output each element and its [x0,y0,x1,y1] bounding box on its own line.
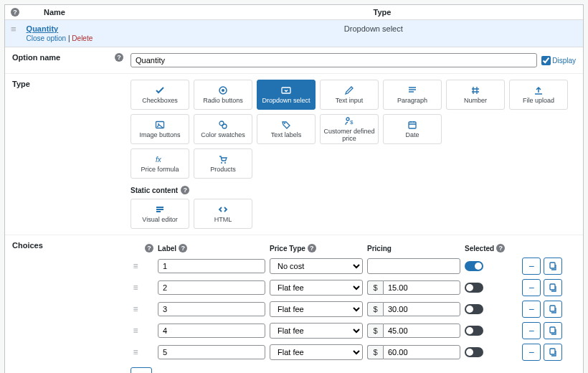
type-option-color-swatches[interactable]: Color swatches [194,114,252,144]
choice-row: ≡No costFlat fee$− [131,320,576,341]
dropdown-icon [281,85,291,95]
currency-prefix: $ [367,324,383,338]
remove-choice-button[interactable]: − [522,301,541,318]
type-option-dropdown-select[interactable]: Dropdown select [257,80,316,110]
drag-handle-icon[interactable]: ≡ [131,304,141,314]
choices-label: Choices [12,241,43,250]
type-label: Type [12,80,30,88]
display-checkbox[interactable] [541,56,551,65]
type-option-text-labels[interactable]: Text labels [257,114,316,144]
type-option-products[interactable]: Products [194,148,252,179]
choice-selected-toggle[interactable] [465,326,483,336]
choice-selected-toggle[interactable] [465,283,483,293]
choice-label-input[interactable] [158,324,265,338]
field-option-name: Option name ? Display [5,47,583,74]
field-type: Type CheckboxesRadio buttonsDropdown sel… [5,74,583,235]
remove-choice-button[interactable]: − [522,279,541,296]
type-option-date[interactable]: Date [383,114,442,144]
choice-row: ≡No costFlat fee$− [131,341,576,363]
choice-selected-toggle[interactable] [465,261,483,271]
display-checkbox-wrap[interactable]: Display [541,56,576,65]
remove-choice-button[interactable]: − [522,344,541,361]
help-icon[interactable]: ? [181,186,189,194]
swatch-icon [218,120,228,130]
options-table-header: ? Name Type [5,5,583,20]
option-panel: ? Name Type ≡ Quantity Close option | De… [4,4,584,373]
choice-row: ≡No costFlat fee$− [131,298,576,320]
upload-icon [534,85,544,95]
duplicate-choice-button[interactable] [544,322,562,339]
type-option-price-formula[interactable]: Price formula [131,148,189,179]
duplicate-choice-button[interactable] [544,344,562,361]
html-icon [218,204,228,214]
choice-price-type-select[interactable]: No costFlat fee [270,344,363,360]
option-name-label: Option name [12,53,60,62]
type-option-customer-defined-price[interactable]: Customer defined price [320,114,379,144]
image-icon [155,120,165,130]
option-type-text: Dropdown select [170,24,577,33]
choice-price-type-select[interactable]: No costFlat fee [270,258,363,274]
static-content-heading: Static content? [131,186,576,194]
help-icon[interactable]: ? [496,244,505,252]
column-name: Name [44,8,187,16]
help-icon[interactable]: ? [179,244,187,252]
field-choices: Choices ? Label ? Price Type ? Pricing S… [5,235,583,373]
choice-price-input[interactable] [383,302,460,316]
choice-label-input[interactable] [158,280,265,295]
remove-choice-button[interactable]: − [522,258,541,275]
fx-icon [155,154,165,164]
type-option-paragraph[interactable]: Paragraph [383,80,442,110]
choice-price-type-select[interactable]: No costFlat fee [270,301,363,317]
drag-handle-icon[interactable]: ≡ [131,283,141,293]
drag-handle-icon[interactable]: ≡ [131,261,141,271]
type-option-number[interactable]: Number [446,80,505,110]
person-dollar-icon [344,116,354,126]
choice-price-input[interactable] [383,324,460,338]
option-row: ≡ Quantity Close option | Delete Dropdow… [5,20,583,47]
hash-icon [470,85,480,95]
pencil-icon [344,85,354,95]
radio-icon [218,85,228,95]
delete-option-link[interactable]: Delete [72,34,93,42]
type-option-radio-buttons[interactable]: Radio buttons [194,80,252,110]
remove-choice-button[interactable]: − [522,322,541,339]
choice-price-input[interactable] [383,280,460,295]
help-icon[interactable]: ? [145,244,153,252]
choice-price-input[interactable] [383,345,460,359]
currency-prefix: $ [367,280,383,295]
choice-selected-toggle[interactable] [465,304,483,314]
drag-handle-icon[interactable]: ≡ [131,347,141,357]
choice-selected-toggle[interactable] [465,347,483,357]
help-icon[interactable]: ? [115,53,123,62]
type-grid-static: Visual editorHTML [131,199,576,229]
choice-label-input[interactable] [158,302,265,316]
type-grid-secondary: Price formulaProducts [131,148,576,179]
duplicate-choice-button[interactable] [544,258,562,275]
type-option-html[interactable]: HTML [194,199,252,229]
type-option-visual-editor[interactable]: Visual editor [131,199,189,229]
close-option-link[interactable]: Close option [27,34,67,42]
tag-icon [281,120,291,130]
choice-label-input[interactable] [158,345,265,359]
type-option-image-buttons[interactable]: Image buttons [131,114,189,144]
help-icon[interactable]: ? [308,244,316,252]
option-title-link[interactable]: Quantity [27,24,59,33]
choice-price-type-select[interactable]: No costFlat fee [270,323,363,339]
drag-handle-icon[interactable]: ≡ [11,24,16,34]
choice-price-empty [367,258,460,274]
choice-row: ≡No costFlat fee− [131,255,576,277]
choice-price-type-select[interactable]: No costFlat fee [270,280,363,296]
option-name-input[interactable] [131,53,537,67]
drag-handle-icon[interactable]: ≡ [131,326,141,336]
para-icon [407,85,417,95]
choice-label-input[interactable] [158,259,265,273]
type-option-text-input[interactable]: Text input [320,80,379,110]
currency-prefix: $ [367,302,383,316]
add-choice-button[interactable]: + [131,367,152,373]
choice-row: ≡No costFlat fee$− [131,277,576,298]
type-option-file-upload[interactable]: File upload [509,80,568,110]
help-icon[interactable]: ? [11,8,19,16]
duplicate-choice-button[interactable] [544,301,562,318]
duplicate-choice-button[interactable] [544,279,562,296]
type-option-checkboxes[interactable]: Checkboxes [131,80,189,110]
